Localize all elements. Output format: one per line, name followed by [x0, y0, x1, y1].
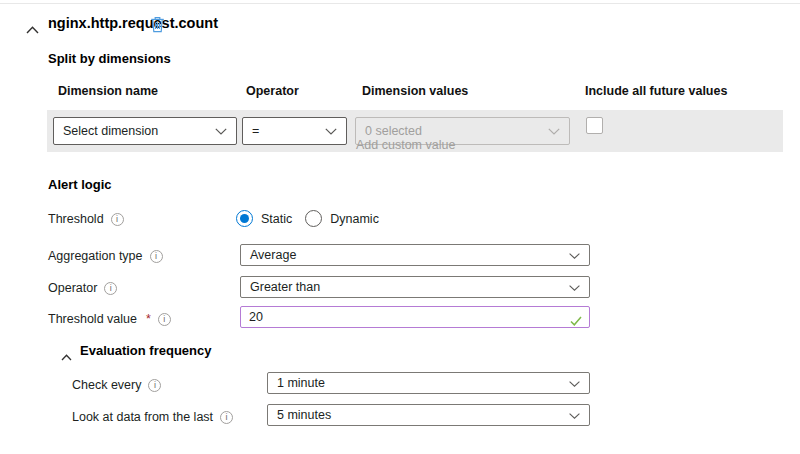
- check-every-label-row: Check every i: [72, 377, 161, 393]
- info-icon[interactable]: i: [148, 379, 161, 392]
- include-all-future-values-checkbox[interactable]: [586, 117, 603, 134]
- condition-metric-title: nginx.http.request.count: [48, 15, 218, 31]
- evaluation-frequency-title: Evaluation frequency: [80, 343, 211, 358]
- valid-check-icon: [570, 312, 582, 330]
- lookback-label-row: Look at data from the last i: [72, 409, 233, 425]
- operator-label-row: Operator i: [48, 280, 117, 296]
- lookback-select[interactable]: 5 minutes: [267, 404, 590, 426]
- threshold-value-label-row: Threshold value * i: [48, 311, 171, 327]
- column-header-dimension-name: Dimension name: [58, 84, 158, 98]
- chevron-down-icon: [569, 248, 580, 262]
- aggregation-type-select[interactable]: Average: [240, 244, 590, 266]
- info-icon[interactable]: i: [150, 250, 163, 263]
- top-divider: [0, 3, 800, 4]
- info-icon[interactable]: i: [158, 313, 171, 326]
- radio-dynamic[interactable]: Dynamic: [305, 210, 379, 227]
- dimension-name-select[interactable]: Select dimension: [53, 117, 237, 145]
- chevron-down-icon: [548, 124, 560, 138]
- chevron-down-icon: [569, 376, 580, 390]
- chevron-down-icon: [569, 408, 580, 422]
- operator-label: Operator: [48, 281, 97, 295]
- threshold-value-field-wrap: [240, 306, 590, 328]
- threshold-label-row: Threshold i: [48, 211, 124, 227]
- column-header-dimension-values: Dimension values: [362, 84, 468, 98]
- aggregation-type-label-row: Aggregation type i: [48, 248, 163, 264]
- aggregation-type-value: Average: [250, 248, 296, 262]
- lookback-label: Look at data from the last: [72, 410, 213, 424]
- info-icon[interactable]: i: [104, 282, 117, 295]
- dimension-values-value: 0 selected: [365, 124, 422, 138]
- threshold-value-label: Threshold value: [48, 312, 137, 326]
- check-every-label: Check every: [72, 378, 141, 392]
- chevron-down-icon: [569, 280, 580, 294]
- radio-selected-icon: [236, 210, 253, 227]
- aggregation-type-label: Aggregation type: [48, 249, 143, 263]
- radio-unselected-icon: [305, 210, 322, 227]
- radio-dynamic-label: Dynamic: [330, 212, 379, 226]
- check-every-value: 1 minute: [277, 376, 325, 390]
- threshold-type-radio-group: Static Dynamic: [236, 210, 379, 227]
- radio-static[interactable]: Static: [236, 210, 292, 227]
- info-icon[interactable]: i: [111, 213, 124, 226]
- column-header-operator: Operator: [246, 84, 299, 98]
- operator-select[interactable]: Greater than: [240, 276, 590, 298]
- operator-value: Greater than: [250, 280, 320, 294]
- delete-condition-button[interactable]: [148, 16, 166, 34]
- dimension-operator-value: =: [252, 124, 259, 138]
- dimension-operator-select[interactable]: =: [242, 117, 347, 145]
- threshold-label: Threshold: [48, 212, 104, 226]
- evaluation-frequency-chevron-up-icon[interactable]: [61, 347, 72, 365]
- dimension-name-value: Select dimension: [63, 124, 158, 138]
- info-icon[interactable]: i: [220, 411, 233, 424]
- add-custom-value-link[interactable]: Add custom value: [356, 138, 455, 152]
- radio-static-label: Static: [261, 212, 292, 226]
- column-header-include-future: Include all future values: [585, 84, 727, 98]
- alert-logic-title: Alert logic: [48, 177, 112, 192]
- check-every-select[interactable]: 1 minute: [267, 372, 590, 394]
- chevron-down-icon: [215, 124, 227, 138]
- trash-icon: [150, 21, 165, 36]
- collapse-condition-chevron-up-icon[interactable]: [26, 20, 39, 38]
- required-asterisk: *: [146, 312, 151, 326]
- split-by-dimensions-title: Split by dimensions: [48, 51, 171, 66]
- lookback-value: 5 minutes: [277, 408, 331, 422]
- threshold-value-input[interactable]: [240, 306, 590, 328]
- chevron-down-icon: [325, 124, 337, 138]
